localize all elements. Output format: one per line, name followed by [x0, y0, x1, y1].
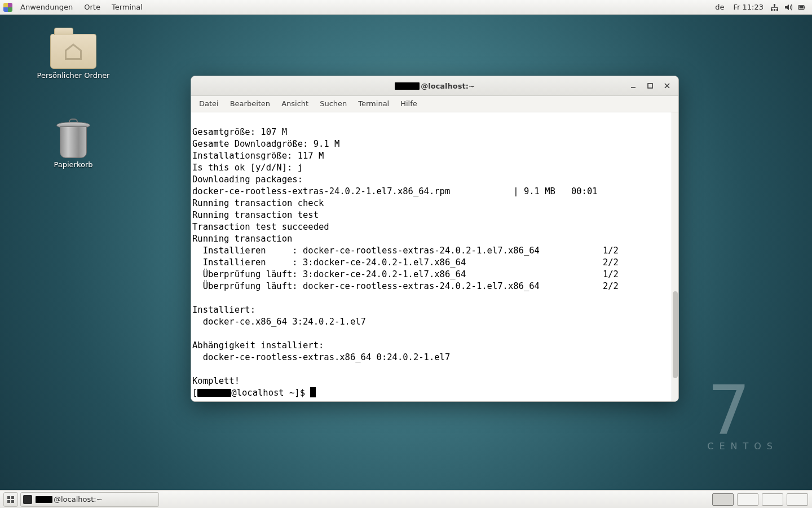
workspace-2[interactable] [737, 493, 758, 506]
folder-icon [50, 34, 96, 69]
distro-logo-icon [3, 3, 12, 12]
clock[interactable]: Fr 11:23 [729, 0, 768, 15]
menu-view[interactable]: Ansicht [276, 96, 314, 112]
svg-rect-0 [771, 9, 773, 11]
trash-icon [56, 119, 90, 158]
svg-rect-8 [7, 496, 10, 499]
battery-icon[interactable] [797, 3, 806, 12]
window-close-button[interactable] [659, 79, 675, 93]
svg-rect-6 [800, 6, 804, 8]
desktop-background[interactable]: Anwendungen Orte Terminal de Fr 11:23 Pe… [0, 0, 812, 508]
desktop-icon-home[interactable]: Persönlicher Ordner [34, 34, 113, 80]
terminal-window: @localhost:~ Datei Bearbeiten Ansicht Su… [191, 76, 679, 402]
redacted-username [395, 82, 420, 90]
menu-terminal[interactable]: Terminal [352, 96, 395, 112]
menu-edit[interactable]: Bearbeiten [224, 96, 276, 112]
terminal-scroll-thumb[interactable] [673, 291, 678, 378]
desktop-icon-trash[interactable]: Papierkorb [34, 119, 113, 169]
volume-icon[interactable] [784, 3, 793, 12]
menu-file[interactable]: Datei [193, 96, 224, 112]
menu-search[interactable]: Suchen [314, 96, 352, 112]
menu-applications[interactable]: Anwendungen [15, 0, 78, 15]
svg-rect-5 [805, 6, 806, 8]
workspace-1[interactable] [712, 493, 734, 506]
taskbar-item-label: @localhost:~ [54, 495, 103, 503]
window-title: @localhost:~ [395, 82, 475, 90]
keyboard-layout-indicator[interactable]: de [710, 0, 729, 15]
terminal-menubar: Datei Bearbeiten Ansicht Suchen Terminal… [191, 96, 678, 112]
terminal-cursor [310, 387, 316, 397]
workspace-3[interactable] [762, 493, 783, 506]
top-panel: Anwendungen Orte Terminal de Fr 11:23 [0, 0, 812, 15]
show-desktop-button[interactable] [3, 492, 18, 507]
menu-terminal-launcher[interactable]: Terminal [106, 0, 148, 15]
centos-watermark: 7 CENTOS [707, 376, 778, 452]
terminal-scrollbar[interactable] [672, 112, 678, 401]
redacted-username [197, 389, 231, 397]
terminal-app-icon [23, 495, 32, 504]
desktop-icon-trash-label: Papierkorb [34, 160, 113, 169]
terminal-output: Gesamtgröße: 107 M Gesamte Downloadgröße… [192, 115, 678, 399]
desktop-icon-home-label: Persönlicher Ordner [34, 71, 113, 80]
svg-rect-7 [648, 84, 652, 88]
svg-rect-3 [774, 4, 775, 6]
svg-rect-10 [7, 500, 10, 503]
bottom-panel: @localhost:~ [0, 490, 812, 508]
taskbar-item-terminal[interactable]: @localhost:~ [20, 492, 159, 507]
terminal-body[interactable]: Gesamtgröße: 107 M Gesamte Downloadgröße… [191, 112, 678, 401]
svg-rect-2 [776, 9, 778, 11]
window-titlebar[interactable]: @localhost:~ [191, 76, 678, 96]
redacted-username [36, 496, 52, 503]
menu-help[interactable]: Hilfe [395, 96, 423, 112]
svg-rect-9 [11, 496, 14, 499]
workspace-4[interactable] [787, 493, 808, 506]
network-icon[interactable] [770, 3, 779, 12]
window-maximize-button[interactable] [642, 79, 658, 93]
window-minimize-button[interactable] [625, 79, 641, 93]
menu-places[interactable]: Orte [78, 0, 106, 15]
svg-rect-11 [11, 500, 14, 503]
svg-rect-1 [774, 9, 775, 11]
